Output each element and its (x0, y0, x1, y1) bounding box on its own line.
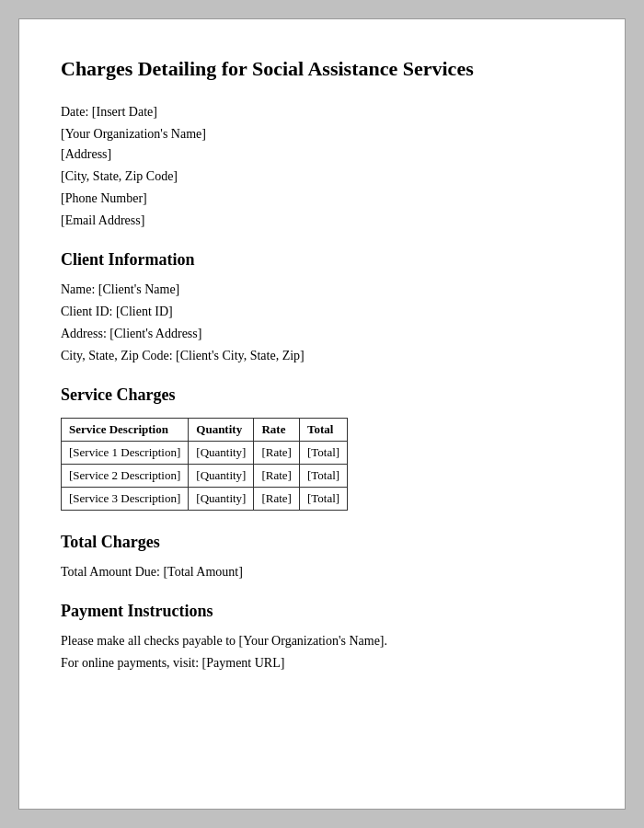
client-city-state-zip-field: City, State, Zip Code: [Client's City, S… (61, 349, 583, 363)
table-cell-1-3: [Total] (299, 464, 347, 487)
col-header-total: Total (299, 418, 347, 441)
client-name-field: Name: [Client's Name] (61, 282, 583, 297)
table-cell-1-2: [Rate] (254, 464, 299, 487)
table-row: [Service 3 Description][Quantity][Rate][… (62, 487, 348, 510)
table-cell-0-1: [Quantity] (189, 441, 254, 464)
client-address-field: Address: [Client's Address] (61, 327, 583, 341)
total-amount-due: Total Amount Due: [Total Amount] (61, 565, 583, 580)
service-charges-table: Service Description Quantity Rate Total … (61, 418, 348, 511)
total-charges-title: Total Charges (61, 533, 583, 552)
city-state-zip-field: [City, State, Zip Code] (61, 169, 583, 184)
col-header-rate: Rate (254, 418, 299, 441)
table-cell-2-1: [Quantity] (189, 487, 254, 510)
document-page: Charges Detailing for Social Assistance … (18, 18, 626, 810)
payment-instructions-title: Payment Instructions (61, 602, 583, 621)
table-row: [Service 1 Description][Quantity][Rate][… (62, 441, 348, 464)
checks-payable-line: Please make all checks payable to [Your … (61, 634, 583, 649)
table-cell-0-2: [Rate] (254, 441, 299, 464)
email-field: [Email Address] (61, 213, 583, 228)
table-row: [Service 2 Description][Quantity][Rate][… (62, 464, 348, 487)
table-cell-2-0: [Service 3 Description] (62, 487, 189, 510)
date-field: Date: [Insert Date] (61, 105, 583, 120)
col-header-quantity: Quantity (189, 418, 254, 441)
service-charges-title: Service Charges (61, 385, 583, 405)
table-cell-2-3: [Total] (299, 487, 347, 510)
client-id-field: Client ID: [Client ID] (61, 305, 583, 319)
phone-field: [Phone Number] (61, 191, 583, 206)
page-title: Charges Detailing for Social Assistance … (61, 56, 583, 83)
table-cell-1-0: [Service 2 Description] (62, 464, 189, 487)
table-cell-1-1: [Quantity] (189, 464, 254, 487)
online-payments-line: For online payments, visit: [Payment URL… (61, 656, 583, 671)
address-field: [Address] (61, 147, 583, 162)
col-header-description: Service Description (62, 418, 189, 441)
table-cell-0-3: [Total] (299, 441, 347, 464)
client-info-title: Client Information (61, 250, 583, 270)
total-amount-section: Total Amount Due: [Total Amount] (61, 565, 583, 580)
table-cell-0-0: [Service 1 Description] (62, 441, 189, 464)
org-name-field: [Your Organization's Name] (61, 127, 583, 142)
table-header-row: Service Description Quantity Rate Total (62, 418, 348, 441)
table-cell-2-2: [Rate] (254, 487, 299, 510)
